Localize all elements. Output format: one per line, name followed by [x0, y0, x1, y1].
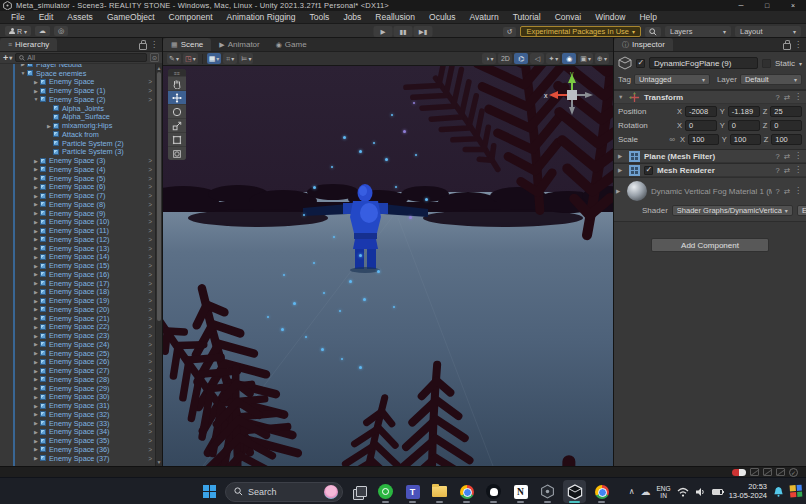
- expander-icon[interactable]: ▶: [32, 289, 40, 295]
- unity-editor-button[interactable]: [563, 480, 586, 503]
- hierarchy-item[interactable]: ▶Enemy Space (25)>: [0, 349, 155, 358]
- open-prefab-arrow[interactable]: >: [148, 157, 155, 164]
- expander-icon[interactable]: ▶: [32, 385, 40, 391]
- expander-icon[interactable]: ▶: [32, 376, 40, 382]
- hierarchy-item[interactable]: ▶Enemy Space (29)>: [0, 384, 155, 393]
- collab-status-icon[interactable]: [732, 469, 746, 476]
- expander-icon[interactable]: ▼: [19, 70, 27, 76]
- rotation-x-field[interactable]: 0: [685, 120, 717, 131]
- scene-visibility-button[interactable]: ◉: [562, 53, 576, 64]
- open-prefab-arrow[interactable]: >: [148, 297, 155, 304]
- foldout-icon[interactable]: ▶: [618, 167, 625, 173]
- transform-tool-button[interactable]: [168, 146, 186, 160]
- expander-icon[interactable]: ▶: [32, 236, 40, 242]
- expander-icon[interactable]: ▶: [32, 184, 40, 190]
- hierarchy-item[interactable]: ▶Enemy Space (12)>: [0, 235, 155, 244]
- hierarchy-item[interactable]: ▶Enemy Space (22)>: [0, 323, 155, 332]
- wifi-icon[interactable]: [677, 487, 689, 497]
- help-icon[interactable]: ?: [776, 187, 780, 196]
- rotation-y-field[interactable]: 0: [728, 120, 760, 131]
- open-prefab-arrow[interactable]: >: [148, 253, 155, 260]
- menu-item-oculus[interactable]: Oculus: [422, 12, 462, 22]
- hierarchy-item[interactable]: ▶Enemy Space (33)>: [0, 419, 155, 428]
- add-component-button[interactable]: Add Component: [651, 238, 769, 252]
- scroll-up-icon[interactable]: ▲: [156, 65, 162, 71]
- widgets-icon[interactable]: [790, 485, 804, 499]
- open-prefab-arrow[interactable]: >: [148, 428, 155, 435]
- unity-hub-button[interactable]: [536, 480, 559, 503]
- camera-settings-button[interactable]: ▣▾: [578, 53, 593, 64]
- scale-tool-button[interactable]: [168, 118, 186, 132]
- shading-mode-button[interactable]: ◑▾: [482, 53, 496, 64]
- audio-toggle-button[interactable]: ◁: [530, 53, 544, 64]
- presets-icon[interactable]: ⇄: [784, 93, 790, 102]
- hierarchy-item[interactable]: ▶Enemy Space (13)>: [0, 244, 155, 253]
- open-prefab-arrow[interactable]: >: [148, 175, 155, 182]
- hierarchy-item[interactable]: ▶Enemy Space (4)>: [0, 165, 155, 174]
- tab-inspector[interactable]: ⓘ Inspector: [614, 38, 673, 51]
- open-prefab-arrow[interactable]: >: [148, 288, 155, 295]
- position-y-field[interactable]: -1.189: [728, 106, 760, 117]
- layout-dropdown[interactable]: Layout ▾: [735, 26, 801, 37]
- foldout-icon[interactable]: ▼: [618, 94, 625, 100]
- onedrive-icon[interactable]: ☁: [641, 486, 651, 497]
- open-prefab-arrow[interactable]: >: [148, 446, 155, 453]
- open-prefab-arrow[interactable]: >: [148, 210, 155, 217]
- effects-toggle-button[interactable]: ✦▾: [546, 53, 560, 64]
- hierarchy-item[interactable]: ▶Enemy Space (36)>: [0, 445, 155, 454]
- hierarchy-item[interactable]: ▶Enemy Space>: [0, 78, 155, 87]
- tab-game[interactable]: ◉ Game: [268, 38, 315, 51]
- hierarchy-item[interactable]: Particle System (2): [0, 139, 155, 148]
- open-prefab-arrow[interactable]: >: [148, 201, 155, 208]
- open-prefab-arrow[interactable]: >: [148, 262, 155, 269]
- pause-button[interactable]: ▮▮: [394, 26, 413, 37]
- close-button[interactable]: ×: [780, 0, 806, 11]
- hierarchy-search-input[interactable]: All: [15, 53, 147, 62]
- presets-icon[interactable]: ⇄: [784, 187, 790, 196]
- kebab-menu-icon[interactable]: ⋮: [794, 94, 802, 100]
- hierarchy-item[interactable]: ▶mixamorig:Hips: [0, 121, 155, 130]
- kebab-menu-icon[interactable]: ⋮: [150, 42, 158, 48]
- open-prefab-arrow[interactable]: >: [148, 437, 155, 444]
- expander-icon[interactable]: ▶: [32, 88, 40, 94]
- expander-icon[interactable]: ▶: [32, 193, 40, 199]
- expander-icon[interactable]: ▶: [32, 254, 40, 260]
- kebab-menu-icon[interactable]: ⋮: [794, 188, 802, 194]
- services-button[interactable]: ◎: [54, 26, 68, 36]
- hierarchy-item[interactable]: Alpha_Surface: [0, 113, 155, 122]
- open-prefab-arrow[interactable]: >: [148, 306, 155, 313]
- material-header[interactable]: ▶ Dynamic Vertical Fog Material 1 (Mater…: [614, 177, 806, 202]
- foldout-icon[interactable]: ▶: [618, 153, 625, 159]
- notifications-bell-icon[interactable]: [773, 486, 784, 497]
- mesh-filter-component-header[interactable]: ▶ Plane (Mesh Filter) ? ⇄ ⋮: [614, 149, 806, 163]
- prefab-mode-button[interactable]: ◳▾: [183, 53, 198, 64]
- menu-item-edit[interactable]: Edit: [32, 12, 61, 22]
- show-hidden-icons-button[interactable]: ∧: [629, 487, 635, 496]
- battery-icon[interactable]: [712, 489, 723, 495]
- hierarchy-item[interactable]: ▶Enemy Space (14)>: [0, 253, 155, 262]
- transform-component-header[interactable]: ▼ Transform ? ⇄ ⋮: [614, 90, 806, 104]
- account-button[interactable]: R ▾: [5, 26, 31, 36]
- undo-history-button[interactable]: ↺: [503, 27, 517, 37]
- progress-status-icon[interactable]: ✓: [789, 468, 798, 477]
- hierarchy-item[interactable]: ▶Enemy Space (5)>: [0, 174, 155, 183]
- open-prefab-arrow[interactable]: >: [148, 341, 155, 348]
- hierarchy-item[interactable]: ▶Enemy Space (24)>: [0, 340, 155, 349]
- taskbar-search[interactable]: Search: [225, 482, 343, 502]
- expander-icon[interactable]: ▶: [32, 263, 40, 269]
- hierarchy-item[interactable]: ▶Enemy Space (27)>: [0, 366, 155, 375]
- hierarchy-item[interactable]: ▶Enemy Space (30)>: [0, 393, 155, 402]
- console-info-icon[interactable]: [750, 468, 759, 476]
- shader-edit-button[interactable]: Edit...: [797, 205, 806, 216]
- hand-tool-button[interactable]: [168, 76, 186, 90]
- expander-icon[interactable]: ▶: [32, 359, 40, 365]
- menu-item-tutorial[interactable]: Tutorial: [506, 12, 548, 22]
- lock-icon[interactable]: [783, 43, 790, 49]
- kebab-menu-icon[interactable]: ⋮: [794, 42, 802, 48]
- hierarchy-item[interactable]: ▶Enemy Space (32)>: [0, 410, 155, 419]
- hierarchy-item[interactable]: ▶Enemy Space (19)>: [0, 296, 155, 305]
- gameobject-active-checkbox[interactable]: [636, 59, 645, 68]
- step-button[interactable]: ▶▮: [414, 26, 433, 37]
- hierarchy-item[interactable]: ▶Enemy Space (35)>: [0, 436, 155, 445]
- position-z-field[interactable]: 25: [770, 106, 802, 117]
